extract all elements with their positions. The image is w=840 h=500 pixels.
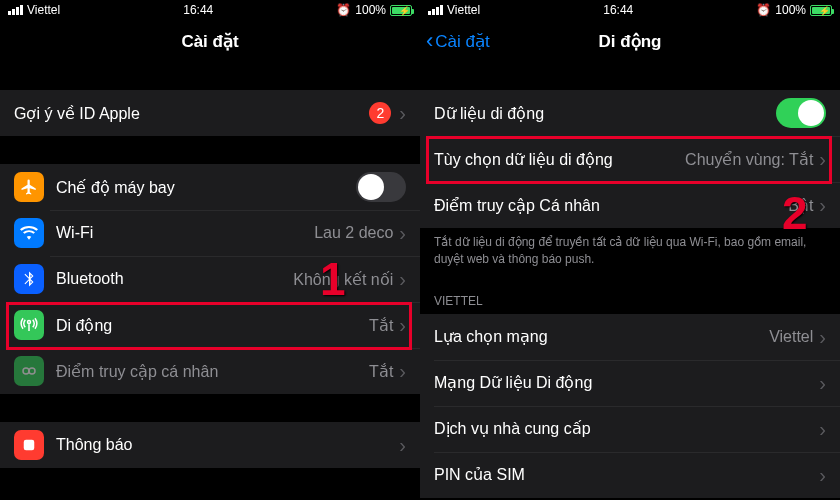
personal-hotspot-row[interactable]: Điểm truy cập Cá nhân Bật › — [420, 182, 840, 228]
network-sel-value: Viettel — [769, 328, 813, 346]
bluetooth-row[interactable]: Bluetooth Không kết nối › — [0, 256, 420, 302]
chevron-right-icon: › — [399, 315, 406, 335]
chevron-right-icon: › — [819, 327, 826, 347]
bluetooth-icon — [14, 264, 44, 294]
page-title: Di động — [599, 31, 662, 52]
wifi-icon — [14, 218, 44, 248]
bluetooth-value: Không kết nối — [293, 270, 393, 289]
cellular-icon — [14, 310, 44, 340]
signal-icon — [428, 5, 443, 15]
hotspot-label: Điểm truy cập cá nhân — [56, 362, 369, 381]
cellular-settings-screen: Viettel 16:44 ⏰ 100% ⚡ ‹ Cài đặt Di động… — [420, 0, 840, 500]
chevron-right-icon: › — [399, 103, 406, 123]
cellular-data-row[interactable]: Dữ liệu di động — [420, 90, 840, 136]
status-bar: Viettel 16:44 ⏰ 100% ⚡ — [0, 0, 420, 20]
chevron-right-icon: › — [399, 223, 406, 243]
wifi-value: Lau 2 deco — [314, 224, 393, 242]
cellular-data-network-row[interactable]: Mạng Dữ liệu Di động › — [420, 360, 840, 406]
carrier-services-label: Dịch vụ nhà cung cấp — [434, 419, 819, 438]
chevron-right-icon: › — [399, 435, 406, 455]
clock: 16:44 — [603, 3, 633, 17]
notifications-row[interactable]: Thông báo › — [0, 422, 420, 468]
back-button[interactable]: ‹ Cài đặt — [426, 30, 490, 52]
chevron-right-icon: › — [399, 361, 406, 381]
sim-pin-row[interactable]: PIN của SIM › — [420, 452, 840, 498]
notifications-label: Thông báo — [56, 436, 399, 454]
airplane-icon — [14, 172, 44, 202]
cellular-footnote: Tắt dữ liệu di động để truyền tất cả dữ … — [420, 228, 840, 278]
chevron-right-icon: › — [819, 419, 826, 439]
hotspot-row[interactable]: Điểm truy cập cá nhân Tắt › — [0, 348, 420, 394]
battery-icon: ⚡ — [390, 5, 412, 16]
notification-badge: 2 — [369, 102, 391, 124]
hotspot-icon — [14, 356, 44, 386]
cellular-data-options-row[interactable]: Tùy chọn dữ liệu di động Chuyển vùng: Tắ… — [420, 136, 840, 182]
clock: 16:44 — [183, 3, 213, 17]
svg-rect-2 — [24, 440, 35, 451]
data-network-label: Mạng Dữ liệu Di động — [434, 373, 819, 392]
carrier-label: Viettel — [27, 3, 60, 17]
svg-point-1 — [29, 368, 35, 374]
cellular-value: Tắt — [369, 316, 393, 335]
carrier-label: Viettel — [447, 3, 480, 17]
status-bar: Viettel 16:44 ⏰ 100% ⚡ — [420, 0, 840, 20]
carrier-services-row[interactable]: Dịch vụ nhà cung cấp › — [420, 406, 840, 452]
chevron-right-icon: › — [819, 149, 826, 169]
wifi-row[interactable]: Wi-Fi Lau 2 deco › — [0, 210, 420, 256]
apple-id-label: Gợi ý về ID Apple — [14, 104, 369, 123]
airplane-mode-row[interactable]: Chế độ máy bay — [0, 164, 420, 210]
cellular-data-toggle[interactable] — [776, 98, 826, 128]
cellular-data-label: Dữ liệu di động — [434, 104, 776, 123]
alarm-icon: ⏰ — [756, 3, 771, 17]
title-bar: ‹ Cài đặt Di động — [420, 20, 840, 62]
wifi-label: Wi-Fi — [56, 224, 314, 242]
options-value: Chuyển vùng: Tắt — [685, 150, 813, 169]
cellular-row[interactable]: Di động Tắt › — [0, 302, 420, 348]
chevron-right-icon: › — [819, 373, 826, 393]
title-bar: Cài đặt — [0, 20, 420, 62]
network-sel-label: Lựa chọn mạng — [434, 327, 769, 346]
hotspot-label: Điểm truy cập Cá nhân — [434, 196, 788, 215]
battery-pct: 100% — [775, 3, 806, 17]
airplane-toggle[interactable] — [356, 172, 406, 202]
apple-id-suggestions-row[interactable]: Gợi ý về ID Apple 2 › — [0, 90, 420, 136]
hotspot-value: Tắt — [369, 362, 393, 381]
battery-icon: ⚡ — [810, 5, 832, 16]
cellular-label: Di động — [56, 316, 369, 335]
network-selection-row[interactable]: Lựa chọn mạng Viettel › — [420, 314, 840, 360]
alarm-icon: ⏰ — [336, 3, 351, 17]
signal-icon — [8, 5, 23, 15]
battery-pct: 100% — [355, 3, 386, 17]
settings-main-screen: Viettel 16:44 ⏰ 100% ⚡ Cài đặt Gợi ý về … — [0, 0, 420, 500]
options-label: Tùy chọn dữ liệu di động — [434, 150, 685, 169]
back-label: Cài đặt — [435, 31, 489, 52]
chevron-right-icon: › — [819, 195, 826, 215]
page-title: Cài đặt — [181, 31, 238, 52]
chevron-left-icon: ‹ — [426, 30, 433, 52]
notifications-icon — [14, 430, 44, 460]
chevron-right-icon: › — [819, 465, 826, 485]
sim-pin-label: PIN của SIM — [434, 465, 819, 484]
hotspot-value: Bật — [788, 196, 813, 215]
bluetooth-label: Bluetooth — [56, 270, 293, 288]
svg-point-0 — [23, 368, 29, 374]
chevron-right-icon: › — [399, 269, 406, 289]
airplane-label: Chế độ máy bay — [56, 178, 356, 197]
carrier-group-header: VIETTEL — [420, 278, 840, 314]
